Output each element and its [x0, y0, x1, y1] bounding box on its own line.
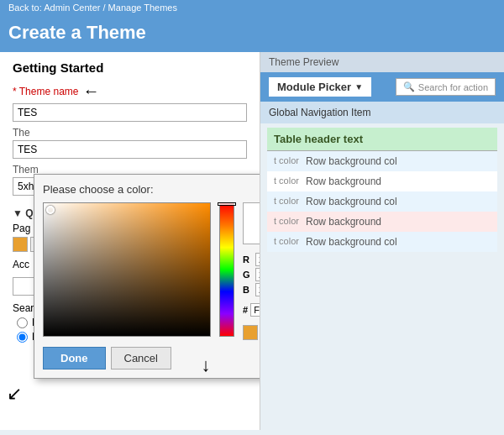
- table-row: t color Row background: [267, 171, 497, 191]
- arrow-indicator: ←: [83, 81, 100, 101]
- b-row: B: [243, 283, 260, 296]
- rgb-hsv-grid: R H ° G: [243, 253, 260, 296]
- search-icon: 🔍: [403, 81, 415, 92]
- hue-slider[interactable]: [219, 202, 234, 337]
- preview-boxes: [243, 202, 260, 244]
- g-label: G: [243, 270, 253, 280]
- picker-right: R H ° G: [243, 202, 260, 340]
- theme-name-label: * Theme name ←: [13, 81, 247, 101]
- r-input[interactable]: [255, 253, 260, 266]
- gradient-cursor: [46, 206, 55, 214]
- done-arrow-indicator: ↓: [202, 354, 211, 376]
- theme-preview-bar: Theme Preview: [260, 52, 504, 72]
- bottom-arrow-indicator: ↙: [7, 383, 22, 405]
- theme-color-label: The: [13, 127, 247, 139]
- picker-buttons: Done Cancel ↓: [43, 347, 260, 369]
- b-label: B: [243, 285, 253, 295]
- g-row: G: [243, 268, 260, 281]
- right-panel: Theme Preview Module Picker ▼ 🔍 Search f…: [260, 52, 504, 430]
- breadcrumb: Back to: Admin Center / Manage Themes: [0, 0, 504, 15]
- color-picker-dialog: Please choose a color:: [34, 174, 260, 379]
- preset-colors: [243, 325, 260, 340]
- cancel-button[interactable]: Cancel: [111, 347, 171, 369]
- hue-slider-container: [219, 202, 234, 337]
- table-preview: Table header text t color Row background…: [267, 128, 497, 252]
- g-input[interactable]: [255, 268, 260, 281]
- page-title: Create a Theme: [0, 15, 504, 52]
- hex-label: #: [243, 305, 248, 315]
- preset-1[interactable]: [243, 325, 258, 340]
- table-row: t color Row background col: [267, 151, 497, 171]
- left-panel: Getting Started * Theme name ← The Them …: [0, 52, 260, 430]
- theme-color-input[interactable]: [13, 140, 247, 159]
- hex-row: #: [243, 303, 260, 317]
- picker-body: R H ° G: [43, 202, 260, 340]
- search-bar[interactable]: 🔍 Search for action: [396, 78, 496, 96]
- swatch-1[interactable]: [13, 237, 28, 252]
- nav-item-bar: Global Navigation Item: [260, 102, 504, 123]
- theme-name-input[interactable]: [13, 103, 247, 122]
- search-placeholder: Search for action: [418, 82, 488, 92]
- table-header-row: Table header text: [267, 128, 497, 151]
- table-row: t color Row background col: [267, 191, 497, 212]
- gradient-canvas[interactable]: [43, 202, 211, 337]
- hex-input[interactable]: [250, 303, 260, 317]
- r-label: R: [243, 254, 253, 265]
- r-row: R: [243, 253, 260, 266]
- done-button[interactable]: Done: [43, 347, 106, 369]
- chevron-down-icon: ▼: [354, 82, 363, 92]
- picker-title: Please choose a color:: [43, 183, 260, 196]
- table-row: t color Row background: [267, 212, 497, 232]
- color-preview-new: [243, 202, 260, 244]
- hue-indicator: [218, 202, 236, 206]
- module-picker-bar: Module Picker ▼ 🔍 Search for action: [260, 72, 504, 102]
- table-row: t color Row background col: [267, 232, 497, 252]
- b-input[interactable]: [255, 283, 260, 296]
- module-picker-button[interactable]: Module Picker ▼: [269, 77, 371, 97]
- getting-started-title: Getting Started: [13, 60, 247, 75]
